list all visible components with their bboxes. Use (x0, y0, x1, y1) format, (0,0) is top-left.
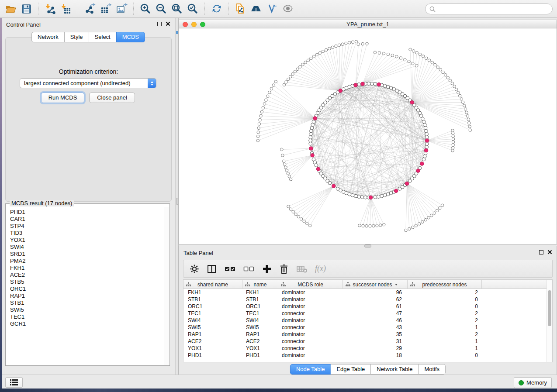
mcds-result-item[interactable]: TEC1 (10, 313, 164, 320)
table-row[interactable]: PHD1PHD1dominator180 (183, 352, 552, 359)
table-row[interactable]: SWI5SWI5connector431 (183, 324, 552, 331)
delete-column-icon[interactable] (279, 263, 289, 275)
tab-mcds[interactable]: MCDS (116, 32, 145, 42)
column-header-name[interactable]: name (242, 280, 278, 289)
table-row[interactable]: STB1STB1dominator620 (183, 296, 552, 303)
table-row[interactable]: ACE2ACE2connector311 (183, 338, 552, 345)
mcds-result-item[interactable]: CAR1 (10, 216, 164, 223)
mcds-result-item[interactable]: GCR1 (10, 320, 164, 327)
mcds-result-item[interactable]: SWI4 (10, 244, 164, 251)
cell-mcds_role: dominator (278, 303, 343, 310)
optimization-criterion-select[interactable]: largest connected component (undirected) (20, 78, 156, 88)
column-header-predecessor-nodes[interactable]: predecessor nodes (408, 280, 482, 289)
tab-style[interactable]: Style (64, 32, 89, 42)
column-settings-gear-icon[interactable] (190, 263, 199, 275)
mcds-result-item[interactable]: SWI5 (10, 306, 164, 313)
float-table-panel-icon[interactable] (539, 250, 543, 254)
tab-edge-table[interactable]: Edge Table (330, 364, 371, 375)
table-body: FKH1FKH1dominator962STB1STB1dominator620… (183, 289, 552, 359)
zoom-in-icon[interactable] (138, 2, 152, 16)
network-graph[interactable] (179, 28, 557, 244)
toolbar-separator (38, 3, 38, 15)
show-columns-icon[interactable] (207, 263, 217, 275)
mcds-result-item[interactable]: YOX1 (10, 237, 164, 244)
mcds-result-item[interactable]: STB1 (10, 299, 164, 306)
mcds-result-item[interactable]: ORC1 (10, 285, 164, 292)
splitter-handle[interactable] (176, 198, 178, 205)
search-input[interactable] (438, 6, 552, 13)
table-scrollbar-thumb[interactable] (548, 290, 551, 326)
zoom-selected-icon[interactable] (186, 2, 200, 16)
mcds-result-item[interactable]: SRD1 (10, 251, 164, 258)
refresh-layout-icon[interactable] (210, 2, 224, 16)
column-header-successor-nodes[interactable]: successor nodes (343, 280, 408, 289)
float-panel-icon[interactable] (157, 22, 162, 26)
export-image-icon[interactable] (114, 2, 128, 16)
tab-select[interactable]: Select (89, 32, 117, 42)
mcds-list-scrollbar[interactable] (164, 207, 169, 365)
mcds-result-item[interactable]: STB5 (10, 279, 164, 285)
import-table-icon[interactable] (59, 2, 73, 16)
close-panel-button[interactable]: Close panel (89, 93, 135, 103)
network-canvas[interactable] (179, 28, 557, 244)
cell-successor_nodes: 47 (343, 310, 408, 317)
network-window-titlebar[interactable]: YPA_prune.txt_1 (179, 20, 557, 28)
tab-motifs[interactable]: Motifs (418, 364, 446, 375)
tab-network-table[interactable]: Network Table (370, 364, 419, 375)
clone-network-icon[interactable] (234, 2, 248, 16)
zoom-fit-icon[interactable] (170, 2, 184, 16)
import-network-icon[interactable] (43, 2, 57, 16)
vizmapper-icon[interactable] (265, 2, 279, 16)
table-row[interactable]: ORC1ORC1dominator610 (183, 303, 552, 310)
cell-shared_name: STB1 (183, 296, 242, 303)
show-panels-list-button[interactable] (5, 377, 23, 388)
cell-shared_name: FKH1 (183, 289, 242, 296)
node-table: shared namenameMCDS rolesuccessor nodesp… (183, 279, 553, 362)
splitter-collapse-top-icon[interactable] (176, 31, 178, 34)
open-file-icon[interactable] (3, 2, 17, 16)
main-toolbar (0, 0, 557, 18)
column-header-MCDS-role[interactable]: MCDS role (278, 280, 343, 289)
select-all-checkboxes-icon[interactable] (225, 263, 236, 275)
desktop-wallpaper-bottom (0, 389, 557, 392)
mcds-result-item[interactable]: PMA2 (10, 258, 164, 265)
table-panel-title: Table Panel (183, 250, 213, 256)
mcds-result-item[interactable]: TID3 (10, 230, 164, 237)
close-panel-icon[interactable] (166, 21, 170, 26)
export-table-icon[interactable] (99, 2, 113, 16)
optimization-criterion-label: Optimization criterion: (6, 68, 171, 75)
mcds-result-item[interactable]: RAP1 (10, 292, 164, 299)
show-hide-eye-icon[interactable] (281, 2, 295, 16)
table-row[interactable]: TEC1TEC1connector472 (183, 310, 552, 317)
cell-mcds_role: dominator (278, 317, 343, 324)
cell-shared_name: SWI5 (183, 324, 242, 331)
column-header-shared-name[interactable]: shared name (183, 280, 242, 289)
table-scrollbar[interactable] (547, 280, 552, 362)
cell-shared_name: ORC1 (183, 303, 242, 310)
search-network-icon[interactable] (249, 2, 263, 16)
close-table-panel-icon[interactable] (547, 250, 552, 254)
add-column-icon[interactable] (262, 263, 272, 275)
mcds-result-group: MCDS result (17 nodes) PHD1CAR1STP4TID3Y… (5, 203, 170, 366)
mcds-result-item[interactable]: FKH1 (10, 265, 164, 272)
mcds-result-item[interactable]: ACE2 (10, 272, 164, 279)
run-mcds-button[interactable]: Run MCDS (41, 93, 84, 103)
cell-shared_name: TEC1 (183, 310, 242, 317)
table-row[interactable]: YOX1YOX1connector291 (183, 345, 552, 352)
panel-splitter[interactable] (175, 18, 179, 375)
mcds-result-item[interactable]: PHD1 (10, 209, 164, 216)
table-row[interactable]: SWI4SWI4dominator462 (183, 317, 552, 324)
cell-name: ACE2 (242, 338, 278, 345)
table-row[interactable]: FKH1FKH1dominator962 (183, 289, 552, 296)
table-row[interactable]: RAP1RAP1dominator352 (183, 331, 552, 338)
export-network-icon[interactable] (83, 2, 97, 16)
memory-button[interactable]: Memory (514, 377, 552, 388)
tab-node-table[interactable]: Node Table (290, 364, 331, 375)
deselect-all-checkboxes-icon[interactable] (243, 263, 255, 275)
save-session-icon[interactable] (19, 2, 33, 16)
table-panel-drag-handle[interactable] (364, 244, 371, 248)
zoom-out-icon[interactable] (154, 2, 168, 16)
tab-network[interactable]: Network (31, 32, 65, 42)
network-search-box[interactable] (425, 3, 553, 14)
mcds-result-item[interactable]: STP4 (10, 223, 164, 230)
